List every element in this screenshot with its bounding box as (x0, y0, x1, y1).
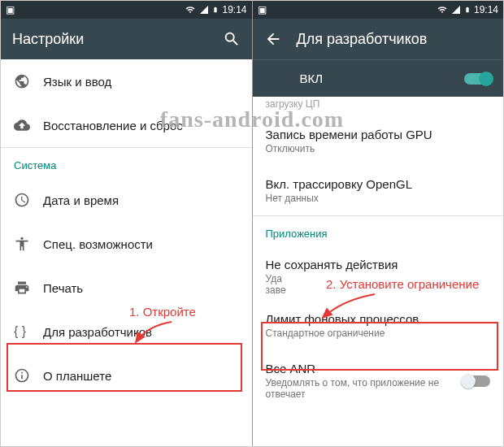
print-icon (14, 280, 43, 296)
master-switch[interactable] (464, 73, 492, 85)
row-label: Лимит фоновых процессов (266, 312, 491, 326)
row-background-limit[interactable]: Лимит фоновых процессов Стандартное огра… (253, 301, 504, 350)
statusbar: ▣ 19:14 (1, 1, 252, 19)
row-label: Все ANR (266, 362, 463, 375)
row-accessibility[interactable]: Спец. возможности (1, 222, 252, 266)
row-label: Спец. возможности (43, 237, 239, 251)
row-print[interactable]: Печать (1, 266, 252, 310)
wifi-icon (185, 5, 196, 15)
master-toggle-row[interactable]: ВКЛ (253, 59, 504, 97)
signal-icon (451, 5, 461, 15)
watermark: fans-android.com (160, 106, 344, 132)
page-title: Настройки (12, 31, 223, 48)
info-icon (14, 367, 43, 384)
clock-icon (14, 192, 43, 208)
row-label: Для разработчиков (43, 325, 239, 339)
row-language-input[interactable]: Язык и ввод (1, 59, 252, 103)
row-opengl-trace[interactable]: Вкл. трассировку OpenGL Нет данных (253, 166, 504, 215)
titlebar-developer: Для разработчиков (253, 19, 504, 59)
anr-switch[interactable] (463, 375, 490, 387)
row-about-tablet[interactable]: О планшете (1, 354, 252, 397)
row-no-keep-activities[interactable]: Не сохранять действия Уда заве (253, 246, 504, 301)
developer-list: загрузку ЦП Запись времени работы GPU От… (253, 97, 504, 446)
back-arrow-icon[interactable] (264, 30, 282, 48)
titlebar-settings: Настройки (1, 19, 252, 59)
row-sublabel: Стандартное ограничение (266, 328, 491, 339)
search-icon[interactable] (223, 30, 241, 48)
status-time: 19:14 (222, 4, 246, 15)
row-sublabel: Уда заве (266, 273, 491, 296)
statusbar-icon-left: ▣ (6, 4, 15, 15)
toggle-label: ВКЛ (300, 72, 324, 85)
battery-icon (464, 5, 471, 15)
status-time: 19:14 (474, 4, 498, 15)
row-label: О планшете (43, 369, 239, 383)
row-developer-options[interactable]: { } Для разработчиков (1, 310, 252, 354)
row-label: Вкл. трассировку OpenGL (266, 177, 491, 191)
row-all-anr[interactable]: Все ANR Уведомлять о том, что приложение… (253, 350, 504, 411)
row-label: Язык и ввод (43, 75, 239, 89)
globe-icon (14, 73, 43, 89)
row-label: Дата и время (43, 193, 239, 207)
braces-icon: { } (14, 324, 43, 339)
row-label: Печать (43, 281, 239, 295)
row-sublabel: Уведомлять о том, что приложение не отве… (266, 377, 463, 400)
cloud-upload-icon (14, 117, 43, 133)
page-title: Для разработчиков (297, 31, 493, 48)
row-label: Не сохранять действия (266, 258, 491, 271)
row-sublabel: Отключить (266, 143, 491, 154)
row-date-time[interactable]: Дата и время (1, 178, 252, 222)
wifi-icon (437, 5, 448, 15)
section-apps: Приложения (253, 216, 504, 246)
phone-right-developer: ▣ 19:14 Для разработчиков ВКЛ загрузку Ц… (252, 1, 504, 446)
signal-icon (199, 5, 209, 15)
accessibility-icon (14, 236, 43, 252)
row-sublabel: Нет данных (266, 193, 491, 204)
battery-icon (212, 5, 219, 15)
statusbar-icon-left: ▣ (258, 4, 267, 15)
statusbar: ▣ 19:14 (253, 1, 504, 19)
section-system: Система (1, 148, 252, 178)
phone-left-settings: ▣ 19:14 Настройки Язык и ввод Восстановл… (1, 1, 252, 446)
